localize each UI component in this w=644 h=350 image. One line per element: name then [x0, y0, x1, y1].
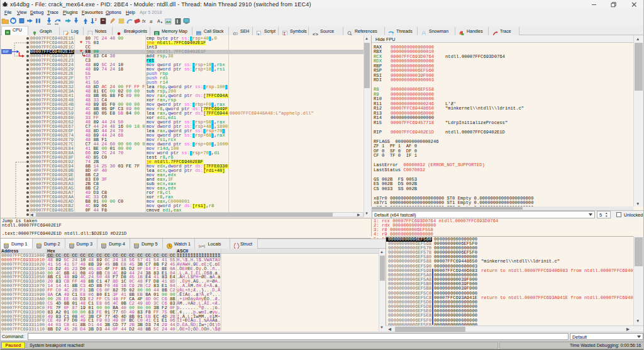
svg-text:#: #: [150, 19, 153, 25]
svg-text:2: 2: [95, 18, 97, 21]
svg-text:fx: fx: [142, 19, 146, 23]
svg-text:RIP: RIP: [3, 50, 9, 54]
svg-text:A: A: [157, 19, 160, 23]
svg-text:[x=]: [x=]: [199, 244, 205, 248]
